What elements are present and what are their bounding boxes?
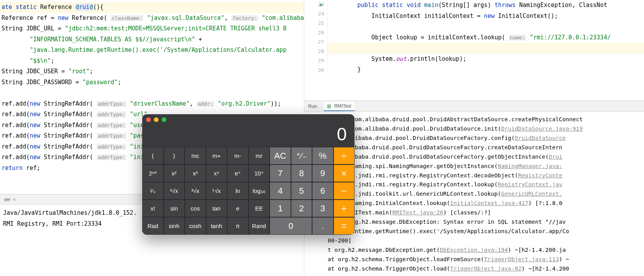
minimize-window-button[interactable]: [154, 117, 159, 122]
stack-trace-line: at com.alibaba.druid.pool.DruidDataSourc…: [328, 124, 644, 134]
console-tab-label: ver: [4, 197, 11, 202]
calculator-window[interactable]: 0 ()mcm+m-mrAC⁺∕₋%÷2ⁿᵈx²x³xʸeˣ10ˣ789×¹∕ₓ…: [142, 114, 355, 235]
line-number[interactable]: 29: [304, 56, 327, 65]
stack-link[interactable]: TriggerObject.java:113: [484, 256, 559, 262]
calc-key-x[interactable]: x²: [164, 165, 185, 182]
run-tab[interactable]: ▦ RMITest: [324, 102, 354, 111]
calc-key-2[interactable]: 2: [291, 200, 312, 217]
stack-link[interactable]: GenericURLContext.: [501, 191, 562, 197]
calc-key-ln[interactable]: ln: [227, 182, 249, 200]
stack-trace-line: t org.h2.message.DbException.get(DbExcep…: [328, 246, 644, 255]
calc-key-mc[interactable]: mc: [185, 147, 206, 165]
calc-key-7[interactable]: 7: [270, 165, 291, 182]
stack-link[interactable]: NamingManager.java:: [498, 163, 563, 169]
method-name: druid: [76, 4, 93, 11]
run-header: Run: ▦ RMITest: [304, 101, 644, 112]
calc-key-[interactable]: ×: [333, 165, 355, 182]
calc-key-0[interactable]: 0: [270, 217, 312, 235]
calc-key-[interactable]: +: [333, 200, 355, 217]
calc-key-tan[interactable]: tan: [206, 200, 228, 217]
calc-key-rand[interactable]: Rand: [249, 217, 270, 235]
calc-key-sin[interactable]: sin: [164, 200, 185, 217]
calc-key-x[interactable]: ³√x: [185, 182, 206, 200]
calc-key-6[interactable]: 6: [312, 182, 333, 200]
line-number[interactable]: 27: [304, 37, 327, 47]
stack-link[interactable]: DruidDataSource.java:919: [501, 126, 583, 132]
calc-key-4[interactable]: 4: [270, 182, 291, 200]
param-hint: className:: [111, 15, 143, 21]
line-number[interactable]: 30: [304, 65, 327, 75]
calc-key-m[interactable]: m+: [206, 147, 228, 165]
calc-key-sinh[interactable]: sinh: [164, 217, 185, 235]
line-number[interactable]: 24: [304, 9, 327, 19]
calculator-titlebar[interactable]: [142, 114, 355, 125]
close-icon[interactable]: ×: [13, 196, 16, 203]
run-output[interactable]: at com.alibaba.druid.pool.DruidAbstractD…: [328, 112, 644, 276]
calc-key-[interactable]: ÷: [333, 147, 355, 165]
calc-key-m[interactable]: m-: [227, 147, 249, 165]
calc-key-5[interactable]: 5: [291, 182, 312, 200]
calc-key-x[interactable]: xʸ: [206, 165, 228, 182]
stack-link[interactable]: RegistryConte: [518, 172, 563, 179]
line-number[interactable]: 23▶: [304, 0, 327, 9]
calc-key-cosh[interactable]: cosh: [185, 217, 206, 235]
stack-link[interactable]: InitialContext.java:417: [450, 200, 528, 206]
calc-key-rad[interactable]: Rad: [142, 217, 164, 235]
code-editor-right[interactable]: public static void main(String[] args) t…: [328, 0, 644, 88]
calc-key-10[interactable]: 10ˣ: [249, 165, 270, 182]
calc-key-x[interactable]: x³: [185, 165, 206, 182]
maximize-window-button[interactable]: [162, 117, 166, 122]
stack-trace-line: com.sun.jndi.toolkit.url.GenericURLConte…: [328, 189, 644, 199]
calc-key-[interactable]: ⁺∕₋: [291, 147, 312, 165]
run-icon[interactable]: ▶: [320, 0, 323, 9]
stack-link[interactable]: RMITest.java:26: [392, 209, 443, 216]
calc-key-x[interactable]: ²√x: [164, 182, 185, 200]
right-editor-pane: 23▶ 24 25 26 27 28 29 30 public static v…: [304, 0, 644, 276]
calc-key-[interactable]: =: [333, 217, 355, 235]
calc-key-tanh[interactable]: tanh: [206, 217, 228, 235]
stack-trace-line: 00-200]: [328, 236, 644, 246]
calc-key-mr[interactable]: mr: [249, 147, 270, 165]
stack-trace-line: at org.h2.schema.TriggerObject.loadFromS…: [328, 255, 644, 264]
calc-key-9[interactable]: 9: [312, 165, 333, 182]
stack-link[interactable]: DruidDataSource: [515, 135, 566, 141]
calculator-keypad: ()mcm+m-mrAC⁺∕₋%÷2ⁿᵈx²x³xʸeˣ10ˣ789×¹∕ₓ²√…: [142, 147, 355, 235]
calc-key-[interactable]: %: [312, 147, 333, 165]
run-panel: Run: ▦ RMITest ▶ ↑ 🔧 ↓ at com.alibaba.dr…: [304, 101, 644, 276]
run-tab-icon: ▦: [327, 103, 331, 109]
calc-key-ee[interactable]: EE: [249, 200, 270, 217]
line-gutter: 23▶ 24 25 26 27 28 29 30: [304, 0, 328, 75]
calculator-display: 0: [142, 125, 355, 147]
calc-key-[interactable]: (: [142, 147, 164, 165]
keyword: static: [16, 4, 37, 11]
console-tab[interactable]: ver ×: [0, 195, 20, 204]
run-tab-label: RMITest: [334, 103, 351, 109]
calc-key-log[interactable]: log₁₀: [249, 182, 270, 200]
calc-key-[interactable]: π: [227, 217, 249, 235]
stack-trace-line: com.alibaba.druid.pool.DruidDataSourceFa…: [328, 152, 644, 162]
stack-link[interactable]: TriggerObject.java:82: [450, 265, 521, 272]
calc-key-[interactable]: .: [312, 217, 333, 235]
calc-key-[interactable]: ¹∕ₓ: [142, 182, 164, 200]
calc-key-1[interactable]: 1: [270, 200, 291, 217]
line-number[interactable]: 26: [304, 28, 327, 37]
calc-key-e[interactable]: eˣ: [227, 165, 249, 182]
close-window-button[interactable]: [146, 117, 151, 122]
stack-link[interactable]: RegistryContext.jav: [498, 181, 563, 188]
calc-key-ac[interactable]: AC: [270, 147, 291, 165]
calc-key-[interactable]: −: [333, 182, 355, 200]
calc-key-8[interactable]: 8: [291, 165, 312, 182]
stack-link[interactable]: DbException.java:194: [440, 247, 508, 253]
line-number[interactable]: 28: [304, 47, 327, 56]
stack-trace-line: at org.h2.schema.TriggerObject.load(Trig…: [328, 264, 644, 274]
calc-key-2[interactable]: 2ⁿᵈ: [142, 165, 164, 182]
calc-key-x[interactable]: ʸ√x: [206, 182, 228, 200]
calc-key-e[interactable]: e: [227, 200, 249, 217]
stack-trace-line: t com.alibaba.druid.pool.DruidDataSource…: [328, 134, 644, 143]
calc-key-3[interactable]: 3: [312, 200, 333, 217]
calc-key-cos[interactable]: cos: [185, 200, 206, 217]
line-number[interactable]: 25: [304, 19, 327, 28]
calc-key-[interactable]: ): [164, 147, 185, 165]
stack-link[interactable]: Drui: [549, 154, 562, 160]
calc-key-x[interactable]: x!: [142, 200, 164, 217]
